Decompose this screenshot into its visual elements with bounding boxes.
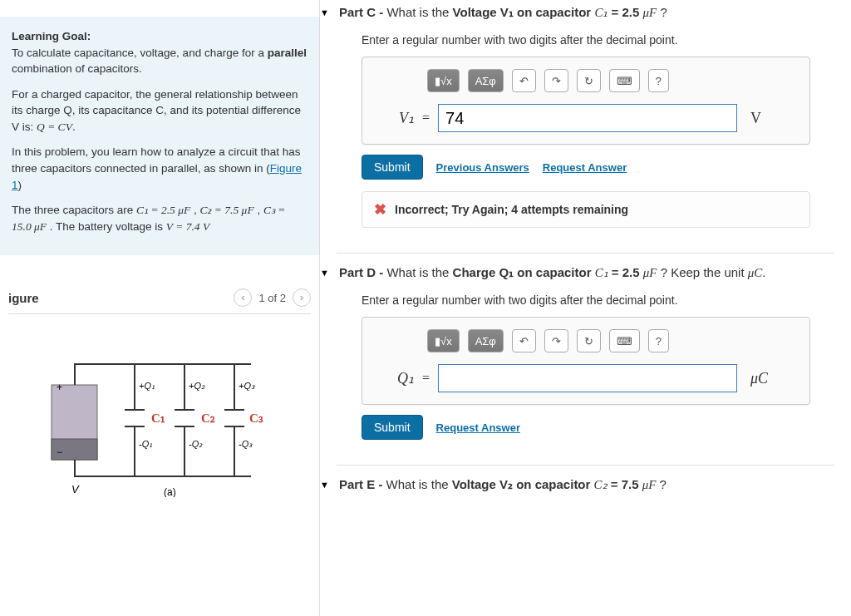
part-c-unit: V (750, 110, 761, 127)
fig-v-label: V (71, 483, 80, 495)
reset-icon[interactable]: ↻ (577, 329, 601, 352)
help-icon[interactable]: ? (648, 69, 669, 92)
greek-button[interactable]: ΑΣφ (468, 69, 504, 92)
undo-icon[interactable]: ↶ (512, 69, 536, 92)
svg-text:-Q₁: -Q₁ (139, 439, 152, 449)
part-c-submit-button[interactable]: Submit (362, 155, 423, 180)
part-d-body: Enter a regular number with two digits a… (362, 293, 834, 440)
part-c-input[interactable] (438, 104, 737, 132)
undo-icon[interactable]: ↶ (512, 329, 536, 352)
part-c-var-label: V₁ (377, 109, 414, 127)
collapse-icon[interactable]: ▼ (320, 268, 329, 278)
collapse-icon[interactable]: ▼ (320, 480, 329, 490)
part-d-answer-box: ▮√x ΑΣφ ↶ ↷ ↻ ⌨ ? Q₁ = μC (362, 317, 810, 405)
part-d-input[interactable] (438, 364, 737, 392)
learning-goal-heading: Learning Goal: (12, 30, 91, 42)
part-d-request-answer[interactable]: Request Answer (436, 421, 520, 434)
part-e-header: ▼ Part E - What is the Voltage V₂ on cap… (320, 477, 834, 492)
part-d-header: ▼ Part D - What is the Charge Q₁ on capa… (320, 265, 834, 280)
part-d-unit: μC (750, 370, 768, 387)
svg-text:+Q₃: +Q₃ (239, 381, 255, 391)
format-button[interactable]: ▮√x (427, 69, 460, 92)
part-c-body: Enter a regular number with two digits a… (362, 33, 834, 228)
incorrect-icon: ✖ (374, 200, 386, 219)
part-c-previous-answers[interactable]: Previous Answers (436, 161, 529, 174)
help-icon[interactable]: ? (648, 329, 669, 352)
svg-text:-Q₂: -Q₂ (189, 439, 203, 449)
svg-text:−: − (57, 446, 62, 458)
svg-text:+Q₂: +Q₂ (189, 381, 205, 391)
part-d-hint: Enter a regular number with two digits a… (362, 293, 834, 307)
pager-prev-button[interactable]: ‹ (234, 288, 252, 307)
collapse-icon[interactable]: ▼ (320, 7, 329, 17)
format-button[interactable]: ▮√x (427, 329, 460, 352)
svg-text:+Q₁: +Q₁ (139, 381, 155, 391)
svg-text:+: + (57, 382, 62, 393)
pager-text: 1 of 2 (258, 292, 286, 304)
cap3-label: C₃ (249, 411, 263, 425)
redo-icon[interactable]: ↷ (544, 329, 568, 352)
part-c-feedback: ✖ Incorrect; Try Again; 4 attempts remai… (362, 191, 810, 228)
part-c-header: ▼ Part C - What is the Voltage V₁ on cap… (320, 5, 834, 20)
pager-next-button[interactable]: › (293, 288, 311, 307)
figure-image: +Q₁ +Q₂ +Q₃ -Q₁ -Q₂ -Q₃ C₁ C₂ C₃ + − V (… (35, 331, 284, 497)
greek-button[interactable]: ΑΣφ (468, 329, 504, 352)
cap2-label: C₂ (201, 411, 215, 425)
reset-icon[interactable]: ↻ (577, 69, 601, 92)
keyboard-icon[interactable]: ⌨ (609, 69, 640, 92)
svg-text:-Q₃: -Q₃ (239, 439, 253, 449)
keyboard-icon[interactable]: ⌨ (609, 329, 640, 352)
fig-caption: (a) (164, 486, 176, 497)
part-c-hint: Enter a regular number with two digits a… (362, 33, 834, 47)
cap1-label: C₁ (151, 411, 165, 425)
figure-heading: igure (8, 291, 39, 305)
redo-icon[interactable]: ↷ (544, 69, 568, 92)
part-c-answer-box: ▮√x ΑΣφ ↶ ↷ ↻ ⌨ ? V₁ = V (362, 57, 810, 145)
part-d-submit-button[interactable]: Submit (362, 415, 423, 440)
figure-pager: ‹ 1 of 2 › (234, 288, 311, 307)
part-d-var-label: Q₁ (377, 369, 414, 387)
learning-goal-panel: Learning Goal: To calculate capacitance,… (0, 17, 319, 255)
part-c-request-answer[interactable]: Request Answer (543, 161, 627, 174)
